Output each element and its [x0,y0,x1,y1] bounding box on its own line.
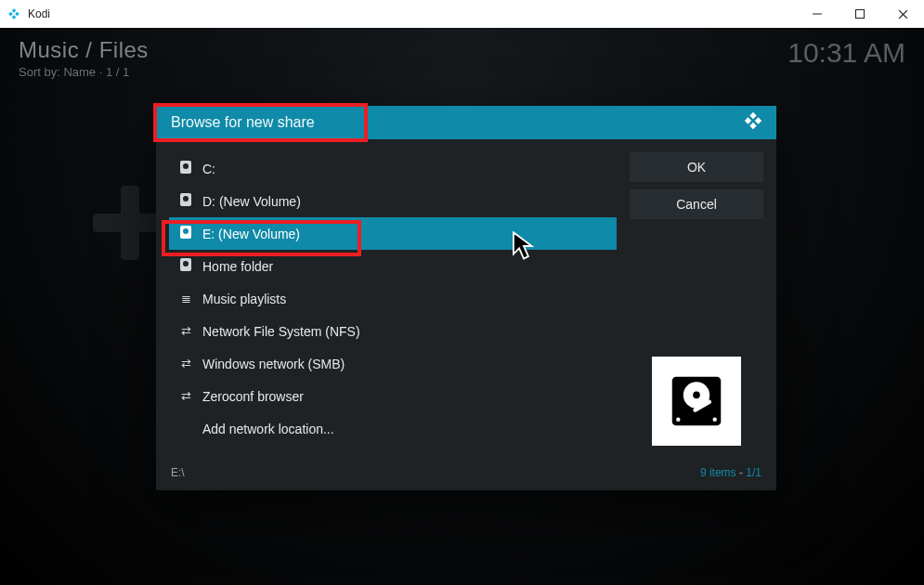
network-icon: ⇄ [178,324,193,338]
list-item[interactable]: ⇄ Network File System (NFS) [169,315,617,347]
list-item-label: Add network location... [202,422,334,436]
dialog-side-column: OK Cancel [630,152,763,446]
list-item-label: Network File System (NFS) [202,324,360,339]
sort-label: Sort by: Name [19,65,96,79]
window-titlebar: Kodi [0,0,924,28]
svg-point-6 [713,418,717,422]
ok-button-label: OK [687,160,706,175]
list-item[interactable]: ⇄ Zeroconf browser [169,380,617,412]
item-count: 9 items - 1/1 [700,466,761,479]
list-item-label: Zeroconf browser [202,389,304,404]
cancel-button[interactable]: Cancel [630,189,763,219]
file-browser-list[interactable]: C: D: (New Volume) E: (New Volume) Home … [169,152,617,446]
current-path: E:\ [171,466,185,479]
list-item[interactable]: D: (New Volume) [169,185,617,217]
list-item[interactable]: Home folder [169,250,617,282]
close-button[interactable] [881,0,924,28]
kodi-logo-icon [743,110,763,135]
page-info: 1 / 1 [106,65,129,79]
svg-rect-0 [856,10,865,19]
list-item-selected[interactable]: E: (New Volume) [169,217,617,250]
list-item[interactable]: ≣ Music playlists [169,282,617,315]
drive-icon [178,193,193,209]
page-indicator: 1/1 [746,466,761,479]
network-icon: ⇄ [178,389,193,403]
browse-share-dialog: Browse for new share C: D: (New Volume) … [156,106,776,490]
dialog-title: Browse for new share [171,114,315,131]
list-item-label: Home folder [202,259,273,274]
sort-info: Sort by: Name · 1 / 1 [19,65,129,79]
clock: 10:31 AM [787,37,905,69]
network-icon: ⇄ [178,357,193,370]
minimize-button[interactable] [796,0,839,28]
playlist-icon: ≣ [178,292,193,306]
drive-icon [178,226,193,241]
window-title: Kodi [28,7,50,20]
sort-separator: · [99,65,106,79]
list-item[interactable]: ⇄ Windows network (SMB) [169,347,617,380]
app-surface: Music / Files Sort by: Name · 1 / 1 10:3… [0,28,924,585]
dialog-header: Browse for new share [156,106,776,139]
drive-icon [178,258,193,274]
list-item-label: E: (New Volume) [202,227,300,241]
breadcrumb: Music / Files [19,37,149,63]
drive-preview-icon [652,357,741,446]
kodi-app-icon [7,7,20,20]
cancel-button-label: Cancel [676,197,717,212]
ok-button[interactable]: OK [630,152,763,182]
drive-icon [178,161,193,176]
maximize-button[interactable] [839,0,881,28]
window-controls [796,0,924,28]
item-count-label: 9 items [700,466,736,479]
svg-point-3 [693,392,700,399]
list-item-label: Music playlists [202,292,286,306]
list-item[interactable]: C: [169,152,617,185]
svg-point-5 [676,418,680,422]
dialog-footer: E:\ 9 items - 1/1 [156,459,776,490]
list-item-label: C: [202,162,215,176]
list-item-add-network[interactable]: Add network location... [169,412,617,445]
dialog-body: C: D: (New Volume) E: (New Volume) Home … [156,139,776,459]
list-item-label: Windows network (SMB) [202,357,345,371]
list-item-label: D: (New Volume) [202,194,301,209]
